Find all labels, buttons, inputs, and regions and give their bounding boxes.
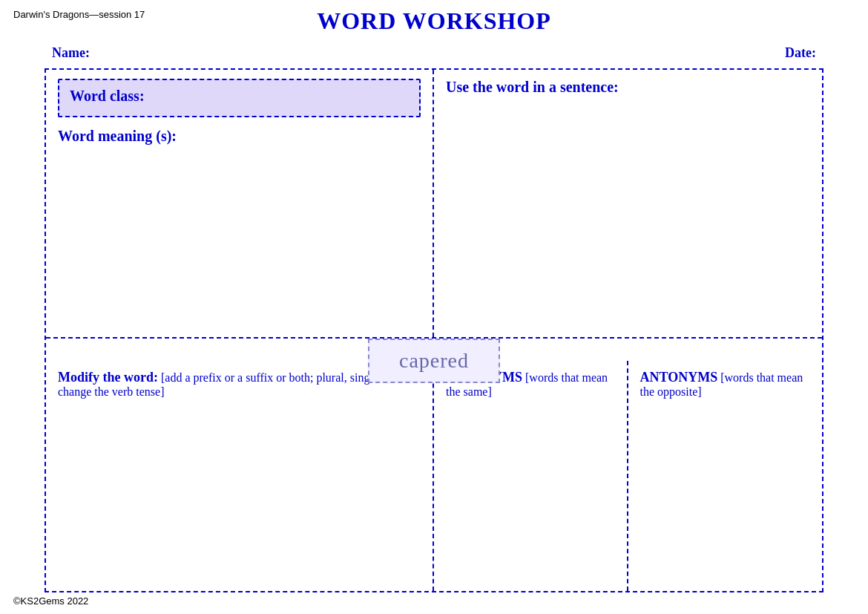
main-grid: Word class: Word meaning (s): Use the wo… (45, 68, 823, 592)
name-label: Name: (52, 45, 90, 61)
corner-label: Darwin's Dragons—session 17 (13, 9, 145, 20)
center-word-box: capered (368, 339, 500, 383)
date-label: Date: (785, 45, 816, 61)
top-section: Word class: Word meaning (s): Use the wo… (46, 70, 822, 339)
header-row: Name: Date: (0, 35, 868, 65)
center-word-spacer: capered (46, 339, 822, 361)
word-class-box[interactable]: Word class: (58, 79, 421, 117)
word-meaning-label: Word meaning (s): (58, 128, 421, 145)
footer-label: ©KS2Gems 2022 (13, 595, 88, 607)
word-class-label: Word class: (70, 88, 145, 104)
use-sentence-label: Use the word in a sentence: (446, 79, 810, 96)
bottom-right-panel: ANTONYMS [words that mean the opposite] (628, 361, 823, 591)
modify-label-bold: Modify the word: (58, 370, 158, 385)
bottom-section: Modify the word: [add a prefix or a suff… (46, 361, 822, 591)
bottom-left-panel: Modify the word: [add a prefix or a suff… (46, 361, 434, 591)
top-right-panel: Use the word in a sentence: (434, 70, 822, 337)
antonyms-label-bold: ANTONYMS (640, 370, 718, 385)
top-left-panel: Word class: Word meaning (s): (46, 70, 434, 337)
bottom-middle-panel: SYNONYMS [words that mean the same] (434, 361, 628, 591)
